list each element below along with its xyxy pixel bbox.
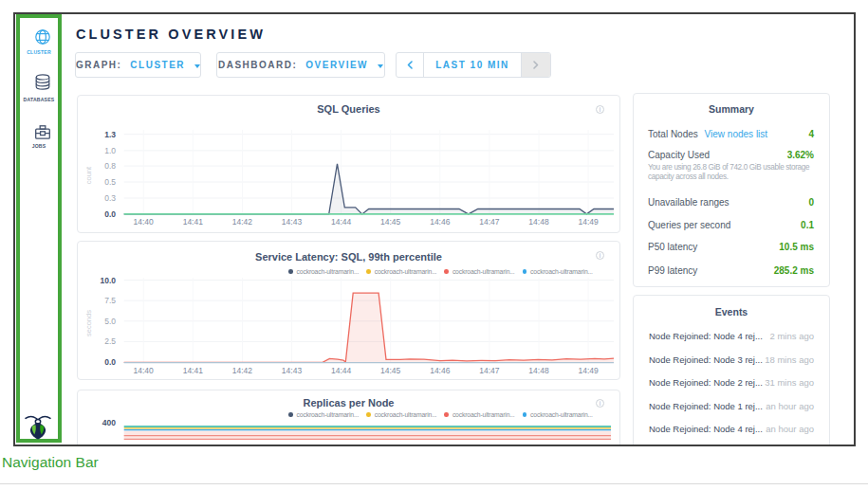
svg-text:10.0: 10.0 <box>100 276 116 285</box>
svg-text:14:48: 14:48 <box>528 366 549 375</box>
svg-text:14:44: 14:44 <box>331 217 352 227</box>
svg-text:14:43: 14:43 <box>282 217 303 227</box>
svg-text:14:42: 14:42 <box>232 217 253 227</box>
svg-text:14:45: 14:45 <box>380 366 401 375</box>
svg-text:14:41: 14:41 <box>183 217 204 227</box>
svg-text:5.0: 5.0 <box>104 317 116 326</box>
svg-text:1.0: 1.0 <box>104 146 116 155</box>
svg-text:count: count <box>84 166 93 184</box>
svg-text:seconds: seconds <box>84 310 93 336</box>
svg-text:0.5: 0.5 <box>104 177 116 187</box>
svg-text:14:42: 14:42 <box>232 366 253 375</box>
svg-text:14:40: 14:40 <box>134 217 155 227</box>
svg-text:14:47: 14:47 <box>479 366 500 375</box>
svg-text:1.3: 1.3 <box>104 130 116 139</box>
svg-text:2.5: 2.5 <box>104 336 116 346</box>
svg-text:14:43: 14:43 <box>282 366 303 375</box>
svg-text:14:45: 14:45 <box>380 217 401 227</box>
svg-text:14:46: 14:46 <box>430 366 451 375</box>
svg-text:14:46: 14:46 <box>430 217 451 227</box>
svg-text:14:40: 14:40 <box>134 366 155 375</box>
svg-text:0.0: 0.0 <box>104 209 116 219</box>
svg-text:0.3: 0.3 <box>104 193 116 203</box>
svg-text:14:48: 14:48 <box>528 217 549 227</box>
svg-text:0.0: 0.0 <box>104 357 116 367</box>
svg-text:14:41: 14:41 <box>183 366 204 375</box>
svg-text:400: 400 <box>102 418 116 427</box>
svg-text:14:49: 14:49 <box>578 217 599 227</box>
svg-text:14:47: 14:47 <box>479 217 500 227</box>
svg-text:14:44: 14:44 <box>331 366 352 375</box>
svg-text:0.8: 0.8 <box>104 161 116 171</box>
svg-text:14:49: 14:49 <box>578 366 599 375</box>
svg-text:7.5: 7.5 <box>104 296 116 305</box>
